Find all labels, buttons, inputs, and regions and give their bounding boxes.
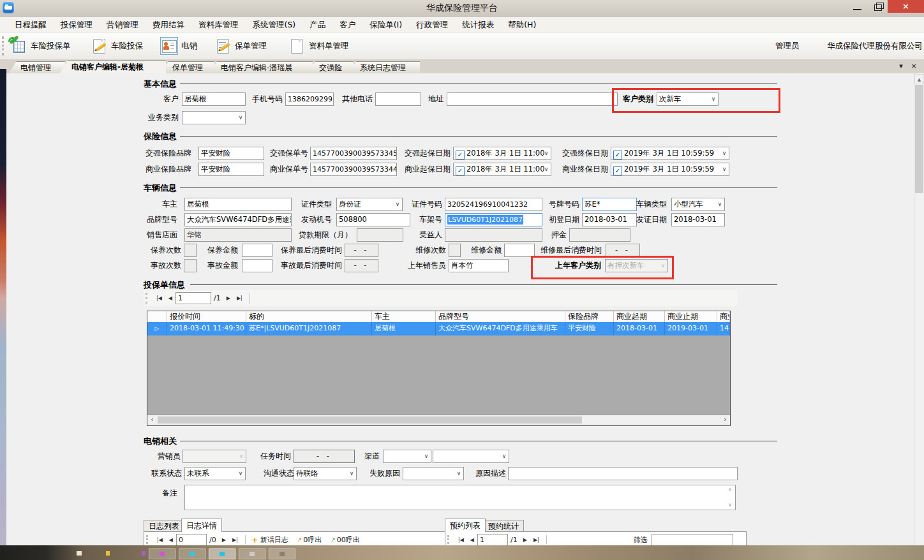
close-button[interactable]: × [888,0,924,13]
grid-header[interactable]: 品牌型号 [436,311,565,322]
pager-next-button[interactable]: ▶ [222,537,226,543]
menu-item-product[interactable]: 产品 [302,17,332,33]
taskbar-button-active[interactable] [209,549,235,559]
pager-next-button[interactable]: ▶ [227,295,230,301]
menu-item-billing[interactable]: 费用结算 [145,17,191,33]
maint-amount-input[interactable] [242,244,272,257]
tab-jiaoqiang[interactable]: 交强险 [308,61,354,73]
store-input[interactable]: 华铭 [184,228,292,242]
pager-first-button[interactable]: |◀ [157,537,163,543]
tab-log-detail[interactable]: 日志详情 [181,519,222,532]
toolbar-button-policy-mgmt[interactable]: 保单管理 [214,36,267,56]
contact-status-select[interactable]: 未联系∨ [184,467,246,480]
grid-header[interactable]: 标的 [246,311,372,322]
mobile-input[interactable]: 13862092991 [285,92,334,106]
vin-input[interactable]: LSVUD60T1J2021087 [445,213,542,226]
pager-first-button[interactable]: |◀ [458,537,464,543]
sy-start-datepicker[interactable]: ✓2018年 3月 1日 11:00∨ [453,163,551,176]
issue-date-input[interactable]: 2018-03-01 [671,213,725,226]
grid-selected-row[interactable]: ▷ 2018-03-01 11:49:30 苏E*|LSVUD60T1J2021… [147,322,730,335]
engine-no-input[interactable]: 508800 [336,213,410,226]
toolbar-button-auto-policy-form[interactable]: 车险投保单 [10,36,71,56]
filter-input[interactable] [652,534,733,546]
scrollbar-thumb[interactable] [915,85,923,193]
grid-header[interactable]: 商业止期 [665,311,717,322]
pager-last-button[interactable]: ▶| [232,537,238,543]
agent-select[interactable]: ∨ [183,450,246,463]
menu-item-customer[interactable]: 客户 [332,17,362,33]
toolbar-button-doc-mgmt[interactable]: 资料单管理 [288,36,349,56]
spin-up-icon[interactable]: ∧ [726,487,734,493]
taskbar-icon[interactable] [77,551,82,556]
jq-brand-input[interactable]: 平安财险 [198,147,264,160]
grid-horizontal-scrollbar[interactable]: ‹ › [147,415,730,425]
deposit-input[interactable] [569,228,630,242]
grid-header[interactable]: 商业起期 [614,311,665,322]
loan-term-input[interactable] [357,228,403,242]
channel-select-2[interactable]: ∨ [433,450,509,463]
other-phone-input[interactable] [375,92,421,106]
address-input[interactable] [447,92,618,106]
vertical-scrollbar[interactable]: ▲ [914,73,924,545]
repair-count-input[interactable] [449,244,461,257]
taskbar-button[interactable] [179,549,205,559]
repair-last-input[interactable]: - - [606,244,640,257]
taskbar-button[interactable] [149,549,175,559]
scroll-up-icon[interactable]: ▲ [914,74,924,84]
task-time-input[interactable]: - - [294,450,355,463]
grid-header[interactable]: 商业 [717,311,730,322]
tab-policy-mgmt[interactable]: 保单管理 [161,61,214,73]
accident-count-input[interactable] [184,259,197,272]
tab-close-icon[interactable]: × [909,62,919,70]
business-type-select[interactable]: ∨ [182,111,246,124]
taskbar-icon[interactable] [106,551,110,556]
spin-down-icon[interactable]: ∨ [726,502,734,508]
tab-telesales-mgmt[interactable]: 电销管理 [9,61,65,73]
pager-prev-button[interactable]: ◀ [168,295,172,301]
id-no-input[interactable]: 320524196910041232 [445,198,542,211]
jq-start-datepicker[interactable]: ✓2018年 3月 1日 11:00∨ [453,147,551,160]
plate-input[interactable]: 苏E* [582,198,637,211]
tab-system-log[interactable]: 系统日志管理 [348,61,420,73]
menu-item-policy[interactable]: 保险单(I) [362,17,409,33]
taskbar-icon[interactable] [142,551,145,556]
tab-telesales-edit-jujugen[interactable]: 电销客户编辑-居菊根 [60,60,166,73]
menu-item-schedule[interactable]: 日程提醒 [8,17,54,33]
tab-appointment-stats[interactable]: 预约统计 [483,520,524,532]
scroll-right-icon[interactable]: › [720,415,730,425]
taskbar-button[interactable] [239,549,265,559]
accident-amount-input[interactable] [242,259,272,272]
maint-count-input[interactable] [184,244,197,257]
grid-header[interactable]: 车主 [372,311,436,322]
fail-reason-select[interactable]: ∨ [403,467,464,480]
sy-policy-no-input[interactable]: 14577003900395733447 [310,163,397,176]
checkbox-icon[interactable]: ✓ [613,166,622,175]
minimize-button[interactable] [849,0,867,14]
vehicle-type-select[interactable]: 小型汽车∨ [671,198,725,211]
beneficiary-input[interactable] [445,228,542,242]
tab-list-caret-icon[interactable]: ▾ [896,62,906,70]
note-textarea[interactable]: ∧ ∨ [184,485,736,510]
pager-first-button[interactable]: |◀ [156,295,162,301]
grid-header[interactable]: 报价时间 [167,311,246,322]
maint-last-input[interactable]: - - [345,244,378,257]
checkbox-icon[interactable]: ✓ [456,151,465,159]
taskbar-button[interactable] [269,549,295,559]
model-input[interactable]: 大众汽车SVW6474DFD多用途乘用车 [184,213,292,226]
checkbox-icon[interactable]: ✓ [456,166,465,175]
pager-page-input[interactable]: 0 [176,534,207,546]
new-call-log-button[interactable]: 新话日志 [260,535,288,545]
menu-item-marketing[interactable]: 营销管理 [100,17,145,33]
channel-select-1[interactable]: ∨ [383,450,431,463]
grid-header-selector[interactable] [147,311,167,322]
grid-header[interactable]: 保险品牌 [565,311,614,322]
pager-next-button[interactable]: ▶ [523,537,527,543]
last-year-sales-input[interactable]: 肖本竹 [449,259,509,272]
jq-policy-no-input[interactable]: 14577003900395733452 [310,147,397,160]
restore-button[interactable] [868,0,888,14]
pager-page-input[interactable]: 1 [175,292,211,304]
menu-item-underwriting[interactable]: 投保管理 [54,17,100,33]
reason-desc-input[interactable] [508,467,738,480]
pager-last-button[interactable]: ▶| [533,537,539,543]
repair-amount-input[interactable] [504,244,535,257]
